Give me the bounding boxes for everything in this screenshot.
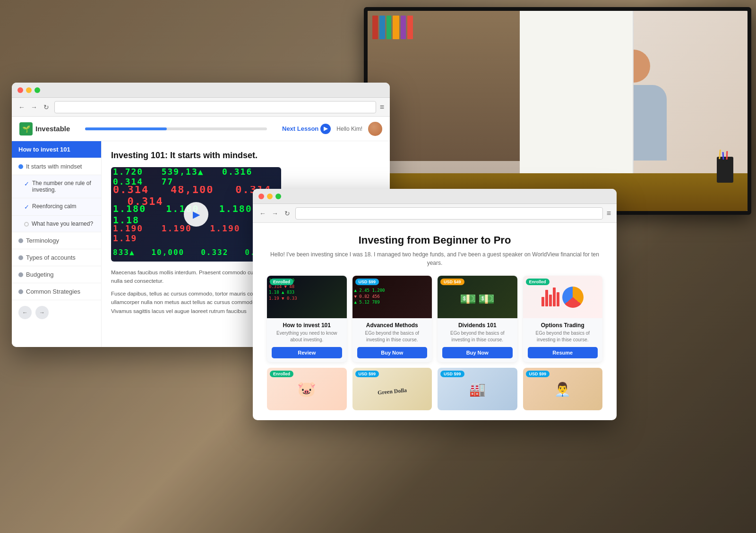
second-maximize-button[interactable] — [275, 194, 281, 199]
sidebar-prev-button[interactable]: ← — [18, 306, 32, 319]
course-card-options: Enrolled Options Trading E — [523, 276, 603, 362]
course-button-resume[interactable]: Resume — [528, 347, 598, 358]
bar-2 — [545, 290, 548, 306]
hello-text: Hello Kim! — [336, 126, 362, 132]
sidebar-item-how-to-invest[interactable]: How to invest 101 — [12, 141, 101, 158]
course-badge-price-2: USD $49 — [440, 279, 464, 285]
course-card-how-to-invest: Enrolled 1.72 ▲ 539 0.314 ▼ 48 1.18 ▲ 83… — [267, 276, 347, 362]
sidebar-item-types-of-accounts[interactable]: Types of accounts — [12, 249, 101, 266]
course-name-2: Advanced Methods — [357, 322, 428, 329]
second-address-bar[interactable] — [295, 207, 603, 220]
section-dot-mindset — [18, 164, 23, 169]
warehouse-icon: 🏭 — [469, 381, 486, 397]
section-dot-terminology — [18, 238, 23, 243]
course-button-buy-advanced[interactable]: Buy Now — [357, 347, 428, 358]
second-forward-button[interactable]: → — [271, 209, 279, 218]
second-page-subtitle: Hello! I've been investing since I was 1… — [267, 250, 602, 267]
play-button[interactable]: ▶ — [184, 202, 208, 227]
course-thumb-money: USD $49 💵💵 — [438, 276, 517, 318]
back-button[interactable]: ← — [17, 103, 26, 111]
progress-fill — [85, 127, 167, 130]
menu-icon[interactable]: ≡ — [380, 103, 384, 111]
browser-toolbar: ← → ↻ ≡ — [12, 98, 390, 117]
course-badge-newspaper: USD $99 — [355, 371, 379, 377]
course-info-1: How to invest 101 Everything you need to… — [267, 318, 347, 362]
sidebar-item-mindset[interactable]: It starts with mindset — [12, 158, 101, 175]
check-icon-1: ✓ — [24, 180, 29, 187]
monitor-frame — [364, 7, 751, 215]
logo-area: 🌱 Investable — [19, 122, 70, 135]
sidebar-item-budgeting[interactable]: Budgeting — [12, 266, 101, 283]
second-refresh-button[interactable]: ↻ — [283, 209, 292, 218]
second-back-button[interactable]: ← — [258, 209, 267, 218]
sidebar: How to invest 101 It starts with mindset… — [12, 141, 102, 347]
section-dot-budgeting — [18, 272, 23, 277]
person-icon: 👨‍💼 — [554, 381, 571, 397]
sidebar-item-number-one-rule[interactable]: ✓ The number one rule of investing. — [12, 175, 101, 198]
maximize-button[interactable] — [34, 87, 40, 93]
course-thumb-stocks: Enrolled 1.72 ▲ 539 0.314 ▼ 48 1.18 ▲ 83… — [267, 276, 347, 318]
browser-window-second: ← → ↻ ≡ Investing from Beginner to Pro H… — [253, 189, 617, 420]
course-button-buy-dividends[interactable]: Buy Now — [442, 347, 513, 358]
book — [407, 16, 413, 39]
course-badge-warehouse: USD $99 — [440, 371, 464, 377]
second-page-title: Investing from Beginner to Pro — [267, 234, 602, 246]
unchecked-dot — [24, 222, 29, 227]
book — [372, 16, 378, 39]
sidebar-item-terminology[interactable]: Terminology — [12, 232, 101, 249]
course-badge-piggy: Enrolled — [270, 371, 293, 377]
second-menu-icon[interactable]: ≡ — [607, 209, 611, 218]
sidebar-item-reenforcing[interactable]: ✓ Reenforcing calm — [12, 198, 101, 216]
course-badge-person: USD $99 — [526, 371, 550, 377]
course-card-advanced: USD $99 ▲ 2.45 1,200 ▼ 0.82 456 ▲ 5.12 7… — [352, 276, 432, 362]
course-card-piggy: Enrolled 🐷 — [267, 368, 347, 410]
courses-grid-bottom: Enrolled 🐷 USD $99 Green Dolla USD $99 🏭… — [267, 368, 602, 410]
course-name-1: How to invest 101 — [272, 322, 342, 329]
course-card-dividends: USD $49 💵💵 Dividends 101 EGo beyond the … — [438, 276, 517, 362]
minimize-button[interactable] — [26, 87, 32, 93]
second-browser-toolbar: ← → ↻ ≡ — [253, 204, 617, 223]
section-dot-strategies — [18, 289, 23, 294]
book — [401, 16, 406, 39]
course-thumb-chart: Enrolled — [523, 276, 603, 318]
next-lesson-button[interactable]: Next Lesson ▶ — [282, 124, 331, 134]
course-thumb-stocks2: USD $99 ▲ 2.45 1,200 ▼ 0.82 456 ▲ 5.12 7… — [352, 276, 432, 318]
course-info-3: Dividends 101 EGo beyond the basics of i… — [438, 318, 517, 362]
sidebar-item-common-strategies[interactable]: Common Strategies — [12, 283, 101, 300]
course-desc-1: Everything you need to know about invest… — [272, 330, 342, 343]
address-bar[interactable] — [54, 101, 376, 113]
bar-1 — [541, 297, 544, 306]
course-card-newspaper: USD $99 Green Dolla — [352, 368, 432, 410]
books — [368, 11, 520, 44]
refresh-button[interactable]: ↻ — [42, 103, 51, 111]
section-dot-types — [18, 255, 23, 260]
course-desc-2: EGo beyond the basics of investing in th… — [357, 330, 428, 343]
close-button[interactable] — [17, 87, 23, 93]
sidebar-next-button[interactable]: → — [35, 306, 49, 319]
content-title: Investing 101: It starts with mindset. — [111, 151, 380, 161]
stock-row-1: 1.720 539,13▲ 0.316 0.314 77 — [111, 167, 281, 186]
progress-bar — [85, 127, 267, 130]
second-browser-content: Investing from Beginner to Pro Hello! I'… — [253, 223, 617, 420]
course-button-review[interactable]: Review — [272, 347, 342, 358]
logo-text: Investable — [35, 125, 70, 133]
next-lesson-label: Next Lesson — [282, 125, 318, 132]
book — [379, 16, 385, 39]
piggy-icon: 🐷 — [297, 380, 316, 398]
monitor-screen — [368, 11, 747, 211]
user-avatar[interactable] — [368, 122, 382, 136]
second-close-button[interactable] — [258, 194, 264, 199]
course-name-4: Options Trading — [528, 322, 598, 329]
logo-icon: 🌱 — [19, 122, 33, 135]
courses-grid: Enrolled 1.72 ▲ 539 0.314 ▼ 48 1.18 ▲ 83… — [267, 276, 602, 362]
app-header: 🌱 Investable Next Lesson ▶ Hello Kim! — [12, 117, 390, 141]
course-desc-4: EGo beyond the basics of investing in th… — [528, 330, 598, 343]
forward-button[interactable]: → — [30, 103, 38, 111]
book — [387, 16, 391, 39]
course-badge-enrolled-1: Enrolled — [270, 279, 293, 285]
bookshelf — [368, 11, 520, 161]
second-minimize-button[interactable] — [267, 194, 273, 199]
bar-3 — [549, 295, 552, 306]
sidebar-item-what-learned[interactable]: What have you learned? — [12, 216, 101, 232]
pie-chart — [562, 287, 584, 308]
